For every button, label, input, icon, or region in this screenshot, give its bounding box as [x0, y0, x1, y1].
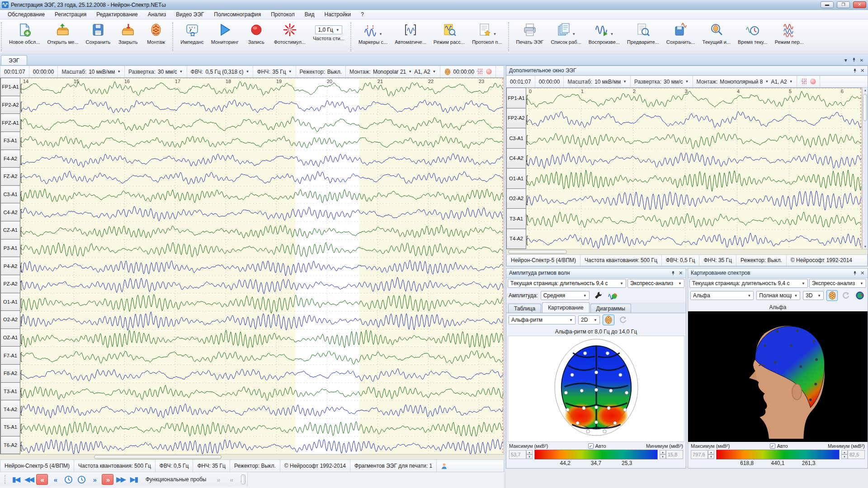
- toolbar-button-current-imp[interactable]: Текущий и...: [699, 20, 734, 53]
- toolbar-button-new-exam[interactable]: Новое обсл...: [5, 20, 43, 53]
- channel-label[interactable]: C4-A2: [0, 203, 20, 221]
- menu-item[interactable]: Обследование: [3, 10, 50, 19]
- menu-item[interactable]: Протокол: [266, 10, 300, 19]
- toolbar-button-worklist[interactable]: ▼Список раб...: [547, 20, 585, 53]
- menu-item[interactable]: Анализ: [143, 10, 171, 19]
- pin-icon[interactable]: [852, 68, 857, 73]
- channel-label[interactable]: FPZ-A1: [0, 114, 20, 132]
- menu-item[interactable]: Полисомнография: [209, 10, 266, 19]
- tab-диаграммы[interactable]: Диаграммы: [590, 304, 631, 313]
- toolbar-button-auto-mode[interactable]: Автоматиче...: [391, 20, 430, 53]
- minimize-button[interactable]: ▬: [821, 1, 834, 8]
- toolbar-button-time-curr[interactable]: Время теку...: [734, 20, 771, 53]
- secondary-eeg-vscrollbar[interactable]: ▲▼: [862, 88, 868, 249]
- playback-clock-back-button[interactable]: [62, 474, 74, 485]
- toolbar-button-review-mode[interactable]: Режим расс...: [430, 20, 468, 53]
- channel-label[interactable]: C3-A1: [506, 128, 526, 149]
- channel-label[interactable]: T4-A2: [0, 400, 20, 418]
- head-view-button[interactable]: [826, 290, 838, 301]
- rhythm-select[interactable]: Альфа-ритм▼: [509, 315, 576, 324]
- channel-label[interactable]: F3-A1: [0, 132, 20, 150]
- amplitude-select[interactable]: Средняя▼: [541, 291, 590, 300]
- toolbar-button-playback-wave[interactable]: ▼Воспроизве...: [585, 20, 623, 53]
- toolbar-button-impedance[interactable]: ΩИмпеданс: [177, 20, 207, 53]
- main-eeg-traces-canvas[interactable]: [20, 78, 504, 454]
- scale-combo[interactable]: Масштаб:10 мкВ/мм▼: [58, 66, 125, 77]
- toolbar-button-transfer-mode[interactable]: Режим пер...: [771, 20, 807, 53]
- min-spinner[interactable]: ▲▼82,5: [841, 450, 865, 459]
- toolbar-button-print[interactable]: Печать ЭЭГ: [513, 20, 547, 53]
- head-3d-area[interactable]: [688, 311, 868, 442]
- toolbar-button-open-exam[interactable]: Открыть ме...: [43, 20, 82, 53]
- secondary-eeg-traces-canvas[interactable]: [526, 88, 862, 249]
- toolbar-button-markers[interactable]: ▼Маркеры с...: [355, 20, 391, 53]
- close-icon[interactable]: ✕: [678, 271, 683, 276]
- notch-field[interactable]: Режектор:Выкл.: [296, 66, 346, 77]
- page-select[interactable]: Текущая страница: длительность 9,4 с▼: [508, 279, 626, 288]
- toolbar-button-montage[interactable]: Монтаж: [142, 20, 170, 53]
- tab-таблица[interactable]: Таблица: [508, 304, 541, 313]
- close-icon[interactable]: ✕: [860, 58, 863, 63]
- toolbar-button-protocol[interactable]: ▼Протокол п...: [468, 20, 505, 53]
- menu-item[interactable]: Редактирование: [91, 10, 142, 19]
- channel-label[interactable]: FP2-A2: [0, 96, 20, 114]
- playback-fp-forward-button[interactable]: »: [212, 474, 224, 485]
- channel-label[interactable]: F8-A2: [0, 365, 20, 383]
- playback-skip-start-button[interactable]: ▮◀: [10, 474, 22, 485]
- channel-label[interactable]: T5-A1: [0, 418, 20, 436]
- record-indicator[interactable]: [810, 79, 816, 84]
- settings-wrench-button[interactable]: [592, 290, 604, 301]
- markers-record[interactable]: [797, 76, 820, 87]
- menu-item[interactable]: ?: [356, 10, 369, 19]
- toolbar-button-photostim[interactable]: Фотостимул...: [270, 20, 310, 53]
- playback-fast-forward-button[interactable]: ▶▶: [115, 474, 127, 485]
- channel-label[interactable]: P4-A2: [0, 257, 20, 275]
- channel-label[interactable]: O2-A2: [0, 311, 20, 329]
- channel-label[interactable]: FP1-A1: [506, 88, 526, 108]
- channel-label[interactable]: OZ-A1: [0, 329, 20, 347]
- stim-frequency-combo[interactable]: 1,0 Гц▼: [315, 25, 342, 34]
- sweep-combo[interactable]: Развертка:30 мм/с▼: [125, 66, 187, 77]
- menu-item[interactable]: Настройки: [319, 10, 356, 19]
- scale-combo[interactable]: Масштаб:10 мкВ/мм▼: [564, 76, 631, 87]
- channel-label[interactable]: FP1-A1: [0, 78, 20, 96]
- refresh-button[interactable]: [840, 290, 852, 301]
- channel-label[interactable]: T3-A1: [0, 383, 20, 401]
- sweep-combo[interactable]: Развертка:30 мм/с▼: [631, 76, 693, 87]
- chevron-down-icon[interactable]: ▼: [844, 58, 848, 63]
- close-button[interactable]: ✕: [853, 1, 866, 8]
- channel-label[interactable]: F7-A1: [0, 347, 20, 365]
- menu-item[interactable]: Регистрация: [50, 10, 91, 19]
- menu-item[interactable]: Видео ЭЭГ: [171, 10, 209, 19]
- playback-page-forward-button[interactable]: »: [102, 474, 113, 485]
- max-spinner[interactable]: 53,7▲▼: [509, 450, 533, 459]
- page-select[interactable]: Текущая страница: длительность 9,4 с▼: [689, 279, 808, 288]
- refresh-button[interactable]: [617, 314, 629, 325]
- menu-item[interactable]: Вид: [300, 10, 320, 19]
- toolbar-button-stim-frequency[interactable]: 1,0 Гц▼Частота сти...: [309, 20, 348, 53]
- spectra-map-button[interactable]: [854, 290, 865, 301]
- channel-label[interactable]: T6-A2: [0, 436, 20, 455]
- toolbar-button-record[interactable]: Запись: [242, 20, 270, 53]
- auto-checkbox[interactable]: ✓: [588, 443, 594, 449]
- channel-label[interactable]: O2-A2: [506, 189, 526, 209]
- montage-combo[interactable]: Монтаж:Monopolar 21▼A1, A2▼: [346, 66, 440, 77]
- close-icon[interactable]: ✕: [860, 271, 865, 276]
- playback-skip-end-button[interactable]: ▶▮: [128, 474, 140, 485]
- record-indicator[interactable]: [486, 69, 492, 75]
- playback-forward-button[interactable]: »: [89, 474, 100, 485]
- patient-icon[interactable]: [437, 460, 452, 472]
- express-analysis-select[interactable]: Экспресс-анализ▼: [809, 279, 866, 288]
- pin-icon[interactable]: [670, 271, 675, 276]
- channel-label[interactable]: FZ-A2: [0, 168, 20, 186]
- min-spinner[interactable]: ▲▼15,8: [660, 450, 683, 459]
- dimension-select[interactable]: 3D▼: [803, 291, 824, 300]
- pin-icon[interactable]: [852, 57, 856, 63]
- montage-head-button[interactable]: 00:00:00: [440, 66, 496, 77]
- toolbar-button-save[interactable]: Сохранить: [82, 20, 114, 53]
- channel-label[interactable]: CZ-A1: [0, 221, 20, 239]
- playback-fp-back-button[interactable]: «: [225, 474, 237, 485]
- hpf-combo[interactable]: ФВЧ:0,5 Гц (0,318 с)▼: [187, 66, 254, 77]
- pin-icon[interactable]: [852, 271, 857, 276]
- auto-checkbox[interactable]: ✓: [770, 443, 775, 449]
